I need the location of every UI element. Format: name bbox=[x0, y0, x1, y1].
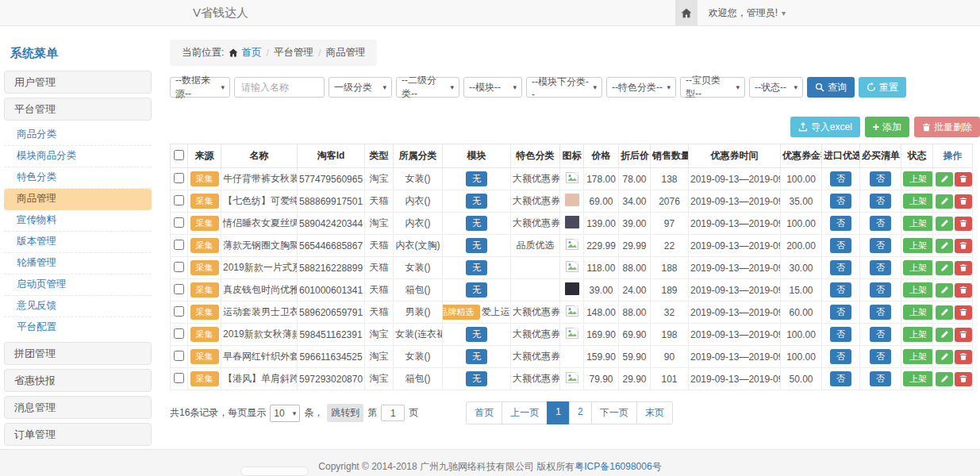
import-badge[interactable]: 否 bbox=[830, 282, 851, 298]
module-select[interactable]: --模块--▾ bbox=[463, 77, 522, 98]
row-checkbox[interactable] bbox=[174, 195, 184, 205]
status-badge[interactable]: 上架 bbox=[903, 171, 933, 186]
sidebar-item[interactable]: 版本管理 bbox=[4, 232, 152, 253]
per-page-select[interactable]: 10 ▾ bbox=[270, 405, 300, 422]
row-checkbox[interactable] bbox=[174, 351, 184, 361]
sidebar-group[interactable]: 订单管理 bbox=[4, 423, 152, 446]
row-checkbox[interactable] bbox=[174, 306, 184, 317]
edit-button[interactable] bbox=[936, 372, 953, 386]
delete-button[interactable] bbox=[955, 239, 972, 253]
page-button[interactable]: 上一页 bbox=[502, 401, 548, 424]
module-sub-select[interactable]: --模块下分类--▾ bbox=[526, 77, 602, 98]
home-button[interactable] bbox=[675, 0, 698, 25]
data-source-select[interactable]: --数据来源--▾ bbox=[170, 77, 230, 98]
edit-button[interactable] bbox=[936, 328, 953, 342]
module-badge[interactable]: 无 bbox=[466, 171, 487, 186]
page-button[interactable]: 下一页 bbox=[591, 401, 637, 424]
delete-button[interactable] bbox=[955, 172, 972, 186]
mustbuy-badge[interactable]: 否 bbox=[870, 327, 891, 342]
name-input[interactable] bbox=[234, 77, 325, 98]
status-select[interactable]: --状态--▾ bbox=[749, 77, 803, 98]
sidebar-item[interactable]: 启动页管理 bbox=[4, 274, 152, 296]
module-badge[interactable]: 无 bbox=[466, 327, 487, 342]
sidebar-group[interactable]: 省惠快报 bbox=[4, 369, 152, 392]
mustbuy-badge[interactable]: 否 bbox=[870, 171, 891, 186]
sidebar-group[interactable]: 拼团管理 bbox=[4, 342, 152, 365]
edit-button[interactable] bbox=[936, 194, 953, 209]
row-checkbox[interactable] bbox=[174, 173, 184, 183]
sidebar-group[interactable]: 用户管理 bbox=[4, 71, 152, 94]
sidebar-item[interactable]: 商品分类 bbox=[4, 125, 152, 146]
add-button[interactable]: + 添加 bbox=[865, 117, 909, 137]
sidebar-item[interactable]: 商品管理 bbox=[4, 189, 152, 210]
row-checkbox[interactable] bbox=[174, 373, 184, 383]
edit-button[interactable] bbox=[936, 217, 953, 231]
sidebar-item[interactable]: 平台配置 bbox=[4, 317, 152, 338]
page-button[interactable]: 1 bbox=[547, 401, 570, 424]
status-badge[interactable]: 上架 bbox=[903, 371, 933, 386]
mustbuy-badge[interactable]: 否 bbox=[870, 371, 891, 386]
select-all-checkbox[interactable] bbox=[174, 150, 184, 160]
status-badge[interactable]: 上架 bbox=[903, 260, 933, 275]
sidebar-group[interactable]: 平台管理 bbox=[4, 98, 152, 121]
status-badge[interactable]: 上架 bbox=[903, 305, 933, 320]
edit-button[interactable] bbox=[936, 172, 953, 186]
import-badge[interactable]: 否 bbox=[830, 260, 851, 275]
delete-button[interactable] bbox=[955, 350, 972, 364]
import-badge[interactable]: 否 bbox=[830, 327, 851, 342]
edit-button[interactable] bbox=[936, 261, 953, 275]
mustbuy-badge[interactable]: 否 bbox=[870, 194, 891, 209]
breadcrumb-home-link[interactable]: 首页 bbox=[241, 46, 261, 60]
row-checkbox[interactable] bbox=[174, 217, 184, 228]
import-badge[interactable]: 否 bbox=[830, 305, 851, 320]
sidebar-item[interactable]: 特色分类 bbox=[4, 167, 152, 189]
sidebar-item[interactable]: 意见反馈 bbox=[4, 296, 152, 317]
delete-button[interactable] bbox=[955, 217, 972, 231]
import-badge[interactable]: 否 bbox=[830, 194, 851, 209]
delete-button[interactable] bbox=[955, 261, 972, 275]
module-badge[interactable]: 无 bbox=[466, 194, 487, 209]
module-badge[interactable]: 无 bbox=[466, 238, 487, 253]
sidebar-item[interactable]: 模块商品分类 bbox=[4, 146, 152, 167]
edit-button[interactable] bbox=[936, 239, 953, 253]
row-checkbox[interactable] bbox=[174, 240, 184, 250]
module-badge[interactable]: 品牌精选 bbox=[443, 305, 480, 320]
mustbuy-badge[interactable]: 否 bbox=[870, 305, 891, 320]
category1-select[interactable]: 一级分类▾ bbox=[329, 77, 392, 98]
module-badge[interactable]: 无 bbox=[466, 371, 487, 386]
delete-button[interactable] bbox=[955, 328, 972, 342]
mustbuy-badge[interactable]: 否 bbox=[870, 260, 891, 275]
import-badge[interactable]: 否 bbox=[830, 349, 851, 364]
reset-button[interactable]: 重置 bbox=[859, 77, 906, 98]
row-checkbox[interactable] bbox=[174, 328, 184, 339]
mustbuy-badge[interactable]: 否 bbox=[870, 282, 891, 298]
import-excel-button[interactable]: 导入excel bbox=[790, 117, 860, 137]
import-badge[interactable]: 否 bbox=[830, 238, 851, 253]
page-button[interactable]: 2 bbox=[569, 401, 592, 424]
status-badge[interactable]: 上架 bbox=[903, 194, 933, 209]
sidebar-group[interactable]: 消息管理 bbox=[4, 396, 152, 419]
jump-button[interactable]: 跳转到 bbox=[327, 404, 363, 422]
status-badge[interactable]: 上架 bbox=[903, 349, 933, 364]
module-badge[interactable]: 无 bbox=[466, 216, 487, 231]
icp-link[interactable]: 粤ICP备16098006号 bbox=[575, 461, 661, 472]
delete-button[interactable] bbox=[955, 283, 972, 298]
page-button[interactable]: 首页 bbox=[466, 401, 502, 424]
status-badge[interactable]: 上架 bbox=[903, 238, 933, 253]
status-badge[interactable]: 上架 bbox=[903, 216, 933, 231]
page-button[interactable]: 末页 bbox=[636, 401, 673, 424]
row-checkbox[interactable] bbox=[174, 262, 184, 272]
item-type-select[interactable]: --宝贝类型--▾ bbox=[680, 77, 745, 98]
delete-button[interactable] bbox=[955, 305, 972, 320]
sidebar-item[interactable]: 轮播管理 bbox=[4, 253, 152, 274]
module-badge[interactable]: 无 bbox=[466, 282, 487, 298]
mustbuy-badge[interactable]: 否 bbox=[870, 216, 891, 231]
feature-select[interactable]: --特色分类--▾ bbox=[606, 77, 676, 98]
edit-button[interactable] bbox=[936, 283, 953, 298]
edit-button[interactable] bbox=[936, 305, 953, 320]
user-menu[interactable]: 欢迎您，管理员! ▾ bbox=[709, 6, 786, 20]
row-checkbox[interactable] bbox=[174, 284, 184, 294]
edit-button[interactable] bbox=[936, 350, 953, 364]
sidebar-item[interactable]: 宣传物料 bbox=[4, 210, 152, 232]
status-badge[interactable]: 上架 bbox=[903, 282, 933, 298]
